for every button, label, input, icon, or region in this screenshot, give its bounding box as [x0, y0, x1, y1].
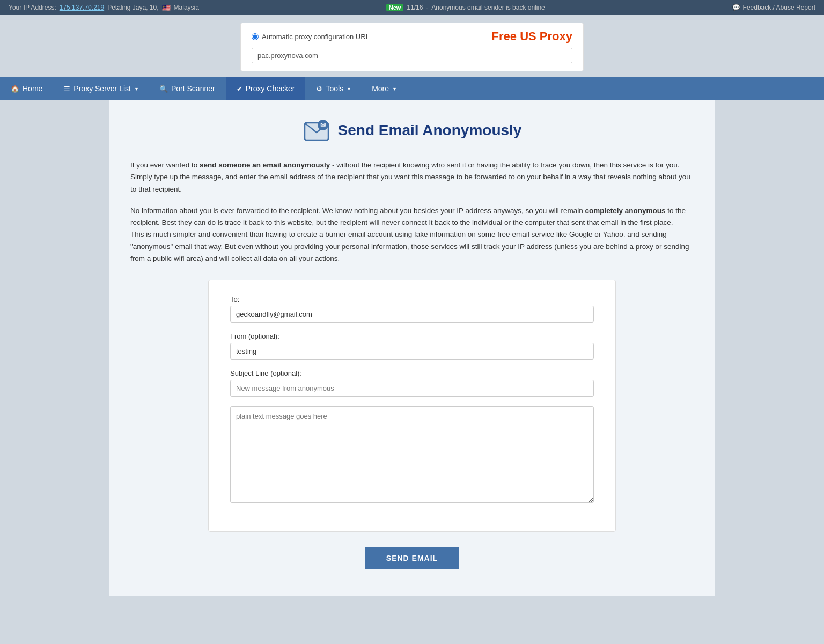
chevron-down-icon-tools: ▾: [348, 86, 350, 92]
message-field-group: [230, 406, 594, 504]
description-1: If you ever wanted to send someone an em…: [130, 159, 694, 195]
description-2: No information about you is ever forward…: [130, 205, 694, 265]
top-bar-right: 💬 Feedback / Abuse Report: [732, 4, 815, 11]
svg-text:✉: ✉: [320, 121, 326, 129]
ip-label: Your IP Address:: [9, 4, 56, 11]
tools-icon: ⚙: [316, 85, 322, 93]
to-label: To:: [230, 295, 594, 303]
feedback-icon: 💬: [732, 4, 740, 11]
notification-link[interactable]: Anonymous email sender is back online: [431, 4, 545, 11]
from-input[interactable]: [230, 343, 594, 360]
notification-separator: -: [426, 4, 428, 11]
top-bar-center: New 11/16 - Anonymous email sender is ba…: [386, 4, 545, 11]
subject-label: Subject Line (optional):: [230, 369, 594, 377]
send-button-wrapper: SEND EMAIL: [130, 547, 694, 569]
new-badge: New: [386, 4, 404, 11]
list-icon: ☰: [64, 85, 70, 93]
nav-label-tools: Tools: [326, 84, 343, 93]
top-bar-left: Your IP Address: 175.137.70.219 Petaling…: [9, 4, 199, 12]
chevron-down-icon-more: ▾: [393, 86, 396, 92]
message-textarea[interactable]: [230, 406, 594, 503]
nav-label-port-scanner: Port Scanner: [171, 84, 215, 93]
email-icon: ✉: [303, 116, 330, 144]
ip-country: Malaysia: [174, 4, 199, 11]
nav-item-proxy-checker[interactable]: ✔ Proxy Checker: [226, 77, 306, 100]
free-proxy-text: Free US Proxy: [492, 30, 572, 43]
chevron-down-icon: ▾: [135, 86, 138, 92]
main-nav: 🏠 Home ☰ Proxy Server List ▾ 🔍 Port Scan…: [0, 77, 824, 100]
flag-icon: 🇲🇾: [162, 4, 171, 12]
to-field-group: To:: [230, 295, 594, 323]
feedback-link[interactable]: Feedback / Abuse Report: [743, 4, 815, 11]
page-title: Send Email Anonymously: [338, 122, 522, 139]
nav-label-home: Home: [23, 84, 42, 93]
search-icon: 🔍: [159, 85, 168, 93]
home-icon: 🏠: [11, 85, 19, 93]
main-content: ✉ Send Email Anonymously If you ever wan…: [109, 100, 715, 596]
email-form-container: To: From (optional): Subject Line (optio…: [208, 280, 616, 532]
send-email-button[interactable]: SEND EMAIL: [365, 547, 459, 569]
ip-address-link[interactable]: 175.137.70.219: [60, 4, 104, 11]
notification-count: 11/16: [407, 4, 423, 11]
top-bar: Your IP Address: 175.137.70.219 Petaling…: [0, 0, 824, 15]
radio-text: Automatic proxy configuration URL: [262, 33, 370, 41]
subject-input[interactable]: [230, 380, 594, 397]
subject-field-group: Subject Line (optional):: [230, 369, 594, 397]
radio-input[interactable]: [252, 33, 259, 40]
promo-banner: Automatic proxy configuration URL Free U…: [240, 23, 584, 71]
to-input[interactable]: [230, 306, 594, 323]
nav-label-proxy-checker: Proxy Checker: [246, 84, 295, 93]
nav-item-home[interactable]: 🏠 Home: [0, 77, 53, 100]
nav-item-more[interactable]: More ▾: [361, 77, 407, 100]
page-header: ✉ Send Email Anonymously: [130, 116, 694, 144]
check-icon: ✔: [237, 85, 242, 93]
from-field-group: From (optional):: [230, 332, 594, 360]
radio-label[interactable]: Automatic proxy configuration URL: [252, 33, 370, 41]
nav-label-more: More: [372, 84, 389, 93]
nav-item-tools[interactable]: ⚙ Tools ▾: [305, 77, 361, 100]
promo-url-input[interactable]: [252, 48, 572, 63]
nav-item-proxy-server-list[interactable]: ☰ Proxy Server List ▾: [53, 77, 149, 100]
promo-top: Automatic proxy configuration URL Free U…: [252, 30, 572, 43]
from-label: From (optional):: [230, 332, 594, 340]
nav-label-proxy-server-list: Proxy Server List: [73, 84, 131, 93]
ip-location: Petaling Jaya, 10,: [107, 4, 158, 11]
nav-item-port-scanner[interactable]: 🔍 Port Scanner: [149, 77, 226, 100]
